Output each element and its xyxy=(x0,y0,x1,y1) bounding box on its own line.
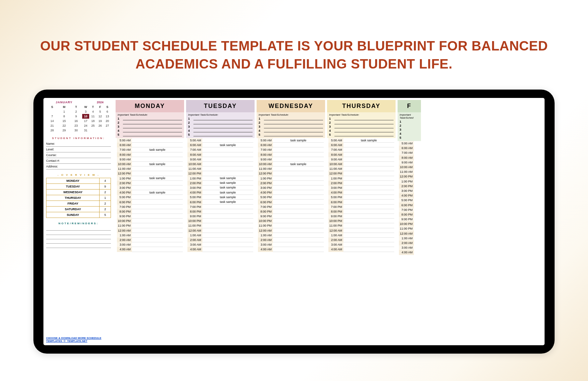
time-slot[interactable]: 8:00 PM xyxy=(327,209,396,214)
cal-day[interactable]: 1 xyxy=(58,109,70,114)
important-row[interactable]: 4 xyxy=(188,129,253,133)
time-slot[interactable]: 3:00 AM xyxy=(186,242,255,247)
time-slot[interactable]: 6:00 PM xyxy=(116,200,184,204)
time-slot[interactable]: 11:00 PM xyxy=(327,223,396,228)
note-line[interactable] xyxy=(46,231,111,235)
time-slot[interactable]: 9:00 PM xyxy=(116,214,184,219)
cal-day[interactable]: 10 xyxy=(82,114,90,119)
time-slot[interactable]: 4:00 PMtask sample xyxy=(116,190,184,195)
time-slot[interactable]: 6:00 AM xyxy=(257,143,325,147)
cal-day[interactable]: 11 xyxy=(89,114,97,119)
time-slot[interactable]: 7:00 PM xyxy=(398,208,421,212)
time-slot[interactable]: 11:00 AM xyxy=(116,166,184,171)
time-slot[interactable]: 8:00 PM xyxy=(398,212,421,217)
time-slot[interactable]: 1:00 PM xyxy=(398,179,421,184)
cal-day[interactable]: 28 xyxy=(46,128,58,133)
note-line[interactable] xyxy=(46,244,111,248)
time-slot[interactable]: 1:00 PMtask sample xyxy=(186,176,255,181)
time-slot[interactable]: 3:00 AM xyxy=(257,242,325,247)
time-slot[interactable]: 12:00 PM xyxy=(257,171,325,176)
time-slot[interactable]: 10:00 AMtask sample xyxy=(257,162,325,166)
important-row[interactable]: 3 xyxy=(118,125,182,129)
time-slot[interactable]: 9:00 PM xyxy=(186,214,255,219)
time-slot[interactable]: 10:00 AM xyxy=(186,162,255,166)
time-slot[interactable]: 12:00 AM xyxy=(327,228,396,233)
time-slot[interactable]: 9:00 AM xyxy=(398,160,421,165)
cal-day[interactable]: 8 xyxy=(58,114,70,119)
time-slot[interactable]: 1:00 AM xyxy=(398,236,421,241)
time-slot[interactable]: 3:00 PM xyxy=(257,185,325,190)
time-slot[interactable]: 11:00 AM xyxy=(398,169,421,174)
cal-day[interactable]: 2 xyxy=(70,109,82,114)
time-slot[interactable]: 7:00 AM xyxy=(327,147,396,152)
cal-day[interactable]: 3 xyxy=(82,109,90,114)
time-slot[interactable]: 3:00 AM xyxy=(116,242,184,247)
time-slot[interactable]: 3:00 PM xyxy=(398,188,421,193)
time-slot[interactable]: 8:00 AM xyxy=(116,152,184,157)
important-row[interactable]: 2 xyxy=(118,121,182,125)
time-slot[interactable]: 12:00 PM xyxy=(186,171,255,176)
time-slot[interactable]: 10:00 AM xyxy=(398,165,421,169)
time-slot[interactable]: 5:00 PMtask sample xyxy=(186,195,255,200)
important-row[interactable]: 3 xyxy=(188,125,253,129)
time-slot[interactable]: 11:00 AM xyxy=(257,166,325,171)
cal-day[interactable]: 22 xyxy=(58,123,70,128)
important-row[interactable]: 1 xyxy=(259,117,323,121)
time-slot[interactable]: 11:00 AM xyxy=(186,166,255,171)
cal-day[interactable]: 21 xyxy=(46,123,58,128)
time-slot[interactable]: 9:00 PM xyxy=(327,214,396,219)
time-slot[interactable]: 4:00 AM xyxy=(327,247,396,252)
important-row[interactable]: 1 xyxy=(329,117,394,121)
important-row[interactable]: 5 xyxy=(188,133,253,137)
time-slot[interactable]: 7:00 AM xyxy=(398,150,421,155)
time-slot[interactable]: 1:00 AM xyxy=(116,233,184,238)
time-slot[interactable]: 2:00 AM xyxy=(327,238,396,242)
important-row[interactable]: 5 xyxy=(329,133,394,137)
time-slot[interactable]: 2:00 PM xyxy=(116,181,184,185)
important-row[interactable]: 5 xyxy=(400,136,419,140)
time-slot[interactable]: 3:00 AM xyxy=(398,245,421,250)
time-slot[interactable]: 2:00 PMtask sample xyxy=(186,181,255,185)
footer-link[interactable]: CHOOSE & DOWNLOAD MORE SCHEDULE TEMPLATE… xyxy=(46,335,111,344)
info-field[interactable]: Address: xyxy=(46,164,111,169)
time-slot[interactable]: 1:00 PMtask sample xyxy=(116,176,184,181)
time-slot[interactable]: 6:00 PMtask sample xyxy=(186,200,255,204)
cal-day[interactable]: 29 xyxy=(58,128,70,133)
cal-day[interactable]: 13 xyxy=(104,114,111,119)
time-slot[interactable]: 10:00 PM xyxy=(327,219,396,223)
cal-day[interactable]: 17 xyxy=(82,119,90,123)
time-slot[interactable]: 2:00 AM xyxy=(398,241,421,245)
time-slot[interactable]: 9:00 AM xyxy=(186,157,255,162)
time-slot[interactable]: 2:00 PM xyxy=(327,181,396,185)
time-slot[interactable]: 4:00 AM xyxy=(116,247,184,252)
info-field[interactable]: Level: xyxy=(46,147,111,152)
time-slot[interactable]: 6:00 PM xyxy=(327,200,396,204)
time-slot[interactable]: 5:00 PM xyxy=(257,195,325,200)
time-slot[interactable]: 11:00 PM xyxy=(257,223,325,228)
time-slot[interactable]: 10:00 AMtask sample xyxy=(116,162,184,166)
cal-day[interactable]: 23 xyxy=(70,123,82,128)
cal-day[interactable]: 25 xyxy=(89,123,97,128)
cal-day[interactable]: 27 xyxy=(104,123,111,128)
cal-day[interactable]: 20 xyxy=(104,119,111,123)
time-slot[interactable]: 12:00 AM xyxy=(398,231,421,236)
time-slot[interactable]: 12:00 AM xyxy=(257,228,325,233)
important-row[interactable]: 5 xyxy=(259,133,323,137)
time-slot[interactable]: 7:00 AMtask sample xyxy=(116,147,184,152)
time-slot[interactable]: 4:00 PM xyxy=(257,190,325,195)
important-row[interactable]: 4 xyxy=(400,132,419,136)
time-slot[interactable]: 5:00 PM xyxy=(327,195,396,200)
time-slot[interactable]: 7:00 PM xyxy=(116,205,184,209)
time-slot[interactable]: 7:00 PM xyxy=(257,205,325,209)
time-slot[interactable]: 6:00 AM xyxy=(398,146,421,150)
cal-day[interactable]: 6 xyxy=(104,109,111,114)
time-slot[interactable]: 7:00 AM xyxy=(257,147,325,152)
cal-day[interactable]: 5 xyxy=(97,109,104,114)
time-slot[interactable]: 10:00 PM xyxy=(186,219,255,223)
note-line[interactable] xyxy=(46,235,111,239)
time-slot[interactable]: 6:00 AM xyxy=(327,143,396,147)
important-row[interactable]: 3 xyxy=(259,125,323,129)
time-slot[interactable]: 8:00 AM xyxy=(257,152,325,157)
time-slot[interactable]: 7:00 AM xyxy=(186,147,255,152)
note-line[interactable] xyxy=(46,239,111,244)
